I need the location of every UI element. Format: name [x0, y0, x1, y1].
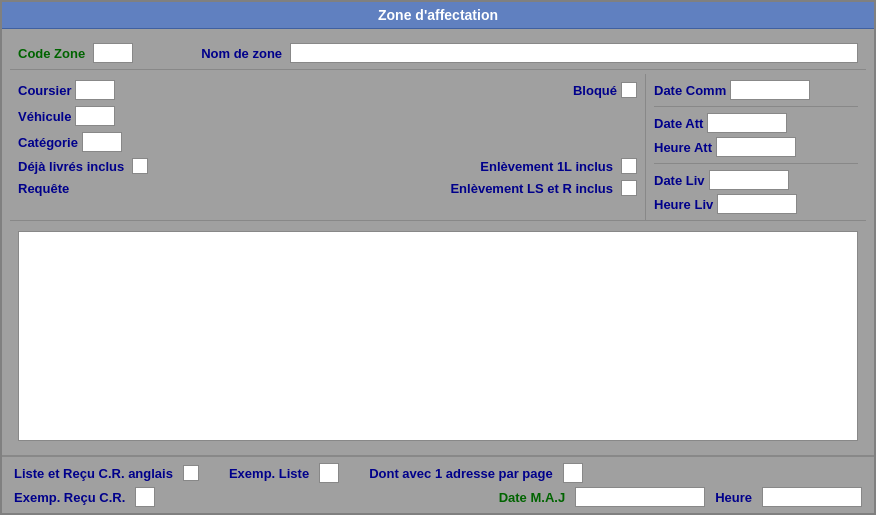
row-main: Coursier Bloqué Véhicule Catégorie: [10, 74, 866, 221]
enlevement-ls-label: Enlèvement LS et R inclus: [450, 181, 613, 196]
heure-att-input[interactable]: [716, 137, 796, 157]
heure-liv-input[interactable]: [717, 194, 797, 214]
coursier-input[interactable]: [75, 80, 115, 100]
textarea-section: [10, 225, 866, 447]
coursier-row: Coursier Bloqué: [18, 80, 637, 100]
nom-de-zone-label: Nom de zone: [201, 46, 282, 61]
heure-liv-label: Heure Liv: [654, 197, 713, 212]
exemp-recu-input[interactable]: [135, 487, 155, 507]
date-att-row: Date Att: [654, 113, 858, 133]
nom-de-zone-input[interactable]: [290, 43, 858, 63]
main-window: Zone d'affectation Code Zone Nom de zone…: [0, 0, 876, 515]
enlevement-1l-checkbox[interactable]: [621, 158, 637, 174]
categorie-label: Catégorie: [18, 135, 78, 150]
separator-1: [654, 106, 858, 107]
code-zone-label: Code Zone: [18, 46, 85, 61]
requete-textarea[interactable]: [18, 231, 858, 441]
heure-liv-row: Heure Liv: [654, 194, 858, 214]
liste-recu-label: Liste et Reçu C.R. anglais: [14, 466, 173, 481]
enlevement-1l-label: Enlèvement 1L inclus: [480, 159, 613, 174]
heure-att-label: Heure Att: [654, 140, 712, 155]
date-att-label: Date Att: [654, 116, 703, 131]
exemp-liste-input[interactable]: [319, 463, 339, 483]
exemp-liste-label: Exemp. Liste: [229, 466, 309, 481]
date-comm-label: Date Comm: [654, 83, 726, 98]
categorie-row: Catégorie: [18, 132, 637, 152]
heure-bottom-input[interactable]: [762, 487, 862, 507]
bottom-bar: Liste et Reçu C.R. anglais Exemp. Liste …: [2, 455, 874, 513]
heure-bottom-label: Heure: [715, 490, 752, 505]
date-liv-input[interactable]: [709, 170, 789, 190]
enlevement-ls-checkbox[interactable]: [621, 180, 637, 196]
requete-label: Requête: [18, 181, 69, 196]
right-panel: Date Comm Date Att Heure Att Date Liv: [646, 74, 866, 220]
date-comm-input[interactable]: [730, 80, 810, 100]
date-liv-label: Date Liv: [654, 173, 705, 188]
bloque-label: Bloqué: [573, 83, 617, 98]
requete-row: Requête Enlèvement LS et R inclus: [18, 180, 637, 196]
date-comm-row: Date Comm: [654, 80, 858, 100]
deja-livres-checkbox[interactable]: [132, 158, 148, 174]
row-code-zone: Code Zone Nom de zone: [10, 37, 866, 70]
categorie-input[interactable]: [82, 132, 122, 152]
left-panel: Coursier Bloqué Véhicule Catégorie: [10, 74, 646, 220]
vehicule-input[interactable]: [75, 106, 115, 126]
code-zone-input[interactable]: [93, 43, 133, 63]
bottom-row-1: Liste et Reçu C.R. anglais Exemp. Liste …: [14, 463, 862, 483]
checkboxes-row: Déjà livrés inclus Enlèvement 1L inclus: [18, 158, 637, 174]
liste-recu-checkbox[interactable]: [183, 465, 199, 481]
coursier-label: Coursier: [18, 83, 71, 98]
bloque-checkbox[interactable]: [621, 82, 637, 98]
date-maj-label: Date M.A.J: [499, 490, 565, 505]
dont-avec-label: Dont avec 1 adresse par page: [369, 466, 553, 481]
date-att-input[interactable]: [707, 113, 787, 133]
date-liv-row: Date Liv: [654, 170, 858, 190]
dont-avec-input[interactable]: [563, 463, 583, 483]
exemp-recu-label: Exemp. Reçu C.R.: [14, 490, 125, 505]
heure-att-row: Heure Att: [654, 137, 858, 157]
vehicule-label: Véhicule: [18, 109, 71, 124]
bottom-row-2: Exemp. Reçu C.R. Date M.A.J Heure: [14, 487, 862, 507]
title-bar: Zone d'affectation: [2, 2, 874, 29]
window-title: Zone d'affectation: [378, 7, 498, 23]
separator-2: [654, 163, 858, 164]
date-maj-input[interactable]: [575, 487, 705, 507]
form-area: Code Zone Nom de zone Coursier Bloqué Vé…: [2, 29, 874, 455]
vehicule-row: Véhicule: [18, 106, 637, 126]
deja-livres-label: Déjà livrés inclus: [18, 159, 124, 174]
